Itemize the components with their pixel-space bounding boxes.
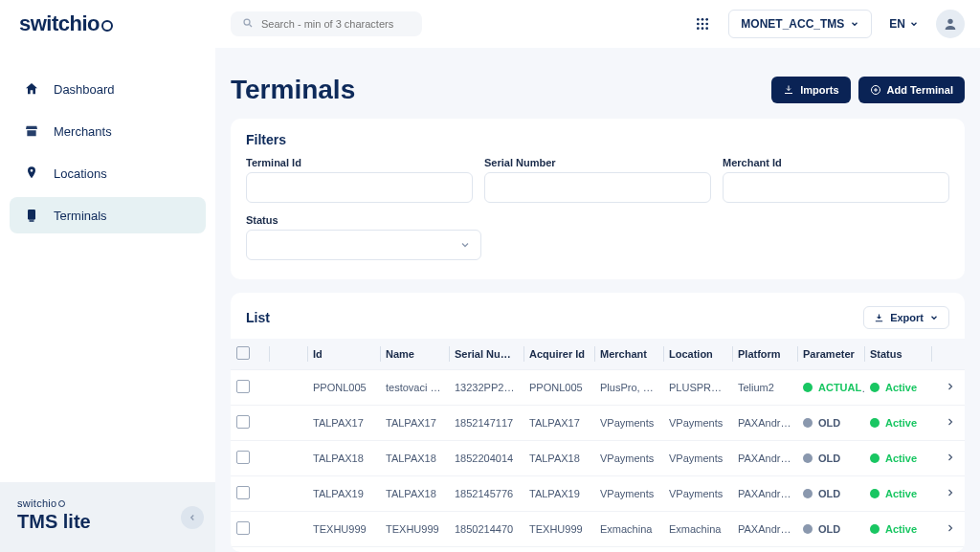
cell-status: Active [864, 441, 931, 476]
cell-platform: PAXAndroid [732, 512, 797, 547]
cell-merchant: Exmachina [594, 512, 663, 547]
row-checkbox[interactable] [236, 451, 250, 464]
status-dot-icon [870, 489, 880, 498]
col-acquirer[interactable]: Acquirer Id [523, 339, 594, 370]
select-all-checkbox[interactable] [236, 346, 250, 360]
cell-id: TEXHU999 [307, 512, 380, 547]
row-checkbox[interactable] [236, 521, 250, 535]
user-avatar[interactable] [936, 10, 965, 38]
row-checkbox[interactable] [236, 380, 250, 393]
col-status[interactable]: Status [864, 339, 931, 370]
list-card: List Export [231, 293, 965, 552]
sidebar-footer: switchio TMS lite [0, 482, 215, 552]
row-expand-button[interactable] [931, 476, 965, 512]
filters-title: Filters [246, 132, 949, 147]
cell-platform: PAXAndroid [732, 406, 797, 441]
cell-platform: PAXAndroid [732, 476, 797, 512]
export-button[interactable]: Export [863, 306, 949, 329]
footer-title: TMS lite [17, 511, 198, 533]
cell-parameter: OLD [797, 406, 864, 441]
collapse-sidebar-button[interactable] [181, 506, 204, 529]
cell-parameter: ACTUAL [797, 370, 864, 406]
col-id[interactable]: Id [307, 339, 380, 370]
sidebar-item-locations[interactable]: Locations [10, 155, 206, 191]
cell-name: TALPAX18 [380, 476, 449, 512]
col-name[interactable]: Name [380, 339, 449, 370]
chevron-right-icon [945, 381, 956, 392]
sidebar-nav: Dashboard Merchants Locations Terminals [0, 52, 215, 239]
row-checkbox[interactable] [236, 415, 250, 429]
user-icon [943, 16, 958, 32]
cell-status: Active [864, 547, 931, 553]
row-expand-button[interactable] [931, 406, 965, 441]
language-select[interactable]: EN [883, 11, 924, 36]
cell-acquirer: KBSMART1 [523, 547, 594, 553]
filter-input-terminal-id[interactable] [246, 172, 473, 203]
cell-name: TEXHU999 [380, 512, 449, 547]
table-row[interactable]: PPONL005testovaci terminá13232PP20048376… [231, 370, 965, 406]
row-expand-button[interactable] [931, 370, 965, 406]
col-platform[interactable]: Platform [732, 339, 797, 370]
status-dot-icon [870, 383, 880, 392]
main: MONET_ACC_TMS EN Terminals Imports [215, 0, 980, 552]
filter-input-merchant-id[interactable] [723, 172, 949, 203]
row-checkbox[interactable] [236, 486, 250, 499]
imports-button[interactable]: Imports [771, 77, 850, 103]
table-header-row: Id Name Serial Number Acquirer Id Mercha… [231, 339, 965, 370]
filter-input-serial-number[interactable] [484, 172, 711, 203]
table-row[interactable]: TALPAX17TALPAX171852147117TALPAX17VPayme… [231, 406, 965, 441]
table-row[interactable]: TEXHU999TEXHU9991850214470TEXHU999Exmach… [231, 512, 965, 547]
sidebar-item-label: Merchants [54, 124, 112, 139]
svg-point-11 [706, 27, 709, 30]
tenant-select[interactable]: MONET_ACC_TMS [728, 10, 872, 38]
cell-acquirer: TALPAX17 [523, 406, 594, 441]
table-row[interactable]: KBSMART1KBSMART122332730307119012KBSMART… [231, 547, 965, 553]
col-location[interactable]: Location [663, 339, 732, 370]
status-dot-icon [803, 383, 813, 392]
chevron-right-icon [945, 522, 956, 534]
search-input[interactable] [261, 18, 411, 30]
row-expand-button[interactable] [931, 441, 965, 476]
cell-location: VPayments [663, 476, 732, 512]
download-icon [874, 313, 884, 323]
download-icon [783, 84, 794, 96]
sidebar-item-dashboard[interactable]: Dashboard [10, 71, 206, 107]
chevron-right-icon [945, 452, 956, 463]
svg-point-10 [702, 27, 704, 30]
filters-card: Filters Terminal Id Serial Number Mercha… [231, 119, 965, 279]
table-row[interactable]: TALPAX19TALPAX181852145776TALPAX19VPayme… [231, 476, 965, 512]
footer-brand: switchio [17, 497, 198, 509]
chevron-down-icon [850, 19, 859, 29]
terminals-table: Id Name Serial Number Acquirer Id Mercha… [231, 339, 965, 552]
cell-id: TALPAX18 [307, 441, 380, 476]
list-title: List [246, 310, 270, 325]
terminal-icon [23, 207, 40, 224]
col-parameter[interactable]: Parameter [797, 339, 864, 370]
apps-grid-icon[interactable] [688, 10, 717, 38]
status-dot-icon [803, 453, 813, 463]
add-terminal-button[interactable]: Add Terminal [858, 77, 965, 103]
store-icon [23, 122, 40, 140]
col-merchant[interactable]: Merchant [594, 339, 663, 370]
sidebar-item-merchants[interactable]: Merchants [10, 113, 206, 149]
cell-status: Active [864, 512, 931, 547]
cell-id: TALPAX19 [307, 476, 380, 512]
search-wrap[interactable] [231, 11, 422, 36]
svg-point-2 [244, 19, 250, 25]
imports-label: Imports [800, 84, 838, 96]
col-serial[interactable]: Serial Number [449, 339, 523, 370]
content: Terminals Imports Add Terminal Filters [215, 48, 980, 552]
row-expand-button[interactable] [931, 512, 965, 547]
row-expand-button[interactable] [931, 547, 965, 553]
plus-circle-icon [870, 84, 881, 96]
filter-select-status[interactable] [246, 230, 481, 260]
cell-platform: Tetra [732, 547, 797, 553]
cell-name: TALPAX18 [380, 441, 449, 476]
sidebar-item-terminals[interactable]: Terminals [10, 197, 206, 233]
chevron-down-icon [459, 239, 471, 251]
cell-location: KB SMART [663, 547, 732, 553]
cell-merchant: VPayments [594, 476, 663, 512]
cell-id: PPONL005 [307, 370, 380, 406]
table-row[interactable]: TALPAX18TALPAX181852204014TALPAX18VPayme… [231, 441, 965, 476]
cell-serial: 13232PP20048376 [449, 370, 523, 406]
